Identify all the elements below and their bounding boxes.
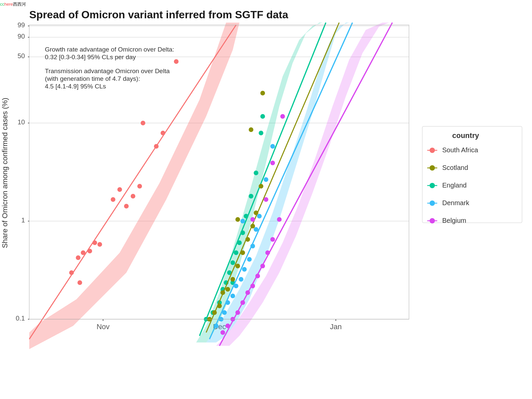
belgium-point <box>225 324 230 328</box>
england-point <box>234 250 238 255</box>
belgium-point <box>264 197 268 202</box>
watermark: cchere西西河 <box>0 1 26 7</box>
scotland-point <box>254 210 258 215</box>
svg-text:Transmission advantage Omicron: Transmission advantage Omicron over Delt… <box>45 67 170 74</box>
denmark-point <box>222 310 227 315</box>
scotland-point <box>235 264 240 268</box>
england-point <box>230 260 235 265</box>
scotland-point <box>245 237 250 242</box>
belgium-point <box>255 274 260 278</box>
legend-scotland-label: Scotland <box>442 164 468 171</box>
y-axis-label: Share of Omicron among confirmed cases (… <box>1 98 9 248</box>
svg-text:Growth rate advantage of Omicr: Growth rate advantage of Omicron over De… <box>45 46 174 53</box>
svg-text:50: 50 <box>18 52 25 60</box>
denmark-point <box>247 257 252 262</box>
sa-point <box>137 184 142 189</box>
scotland-point <box>260 91 265 95</box>
scotland-point <box>230 277 235 282</box>
sa-point <box>124 204 129 208</box>
sa-point <box>141 121 145 125</box>
legend-england-label: England <box>442 182 466 189</box>
denmark-point <box>250 244 255 248</box>
sa-point <box>76 255 80 260</box>
svg-text:4.5 [4.1-4.9] 95% CLs: 4.5 [4.1-4.9] 95% CLs <box>45 83 106 90</box>
scotland-point <box>220 290 225 295</box>
belgium-point <box>280 114 285 119</box>
chart-title: Spread of Omicron variant inferred from … <box>29 9 288 21</box>
sa-point <box>111 197 115 202</box>
denmark-point <box>242 267 247 272</box>
sa-point <box>97 242 102 247</box>
svg-text:Jan: Jan <box>330 323 341 331</box>
belgium-point <box>277 217 282 222</box>
belgium-point <box>270 161 275 165</box>
legend-belgium-label: Belgium <box>442 217 466 224</box>
chart-container: Spread of Omicron variant inferred from … <box>0 0 532 399</box>
watermark-here: here <box>4 2 13 7</box>
belgium-point <box>235 310 240 315</box>
scotland-point <box>259 184 263 189</box>
watermark-cn: 西西河 <box>13 2 26 7</box>
england-point <box>240 230 245 235</box>
scotland-point <box>240 250 245 255</box>
scotland-point <box>212 310 217 315</box>
scotland-point <box>217 304 222 308</box>
denmark-point <box>234 284 238 288</box>
belgium-point <box>240 300 245 305</box>
legend-sa-label: South Africa <box>442 146 478 154</box>
belgium-point <box>265 250 270 255</box>
denmark-point <box>225 300 230 305</box>
england-point <box>244 214 248 218</box>
scotland-point <box>225 287 230 292</box>
belgium-point <box>220 330 225 335</box>
england-point <box>259 131 263 135</box>
denmark-point <box>239 277 243 282</box>
england-point <box>237 240 242 245</box>
sa-point <box>154 144 159 149</box>
sa-point <box>117 187 122 192</box>
svg-text:(with generation time of 4.7 d: (with generation time of 4.7 days): <box>45 75 140 82</box>
sa-point <box>131 194 135 199</box>
svg-text:0.1: 0.1 <box>16 315 25 322</box>
belgium-point <box>260 264 265 268</box>
legend-title: country <box>452 131 479 140</box>
legend-denmark-label: Denmark <box>442 199 469 206</box>
denmark-point <box>254 227 258 232</box>
denmark-point <box>214 324 218 328</box>
legend-box <box>422 126 522 223</box>
england-point <box>249 194 253 199</box>
denmark-point <box>270 144 275 149</box>
svg-text:0.32 [0.3-0.34] 95% CLs per da: 0.32 [0.3-0.34] 95% CLs per day <box>45 54 136 61</box>
sa-point <box>81 250 85 255</box>
svg-text:99: 99 <box>18 21 25 29</box>
england-point <box>254 171 258 175</box>
scotland-point <box>250 224 255 228</box>
sa-point <box>77 280 82 285</box>
belgium-point <box>245 290 250 295</box>
belgium-point <box>270 237 275 242</box>
svg-text:10: 10 <box>18 118 25 126</box>
sa-point <box>161 131 165 135</box>
watermark-cc: cc <box>0 2 4 7</box>
denmark-point <box>240 219 245 223</box>
svg-text:90: 90 <box>18 33 25 40</box>
sa-point <box>87 249 92 253</box>
denmark-point <box>264 177 268 182</box>
belgium-point <box>250 217 255 222</box>
svg-text:1: 1 <box>21 216 25 224</box>
svg-text:Nov: Nov <box>96 323 109 331</box>
sa-point <box>69 270 74 275</box>
denmark-point <box>257 214 262 218</box>
scotland-point <box>249 127 253 132</box>
england-point <box>260 114 265 119</box>
scotland-point <box>235 217 240 222</box>
sa-point <box>174 59 179 64</box>
sa-point <box>92 240 97 245</box>
denmark-point <box>230 294 235 298</box>
belgium-point <box>250 284 255 288</box>
